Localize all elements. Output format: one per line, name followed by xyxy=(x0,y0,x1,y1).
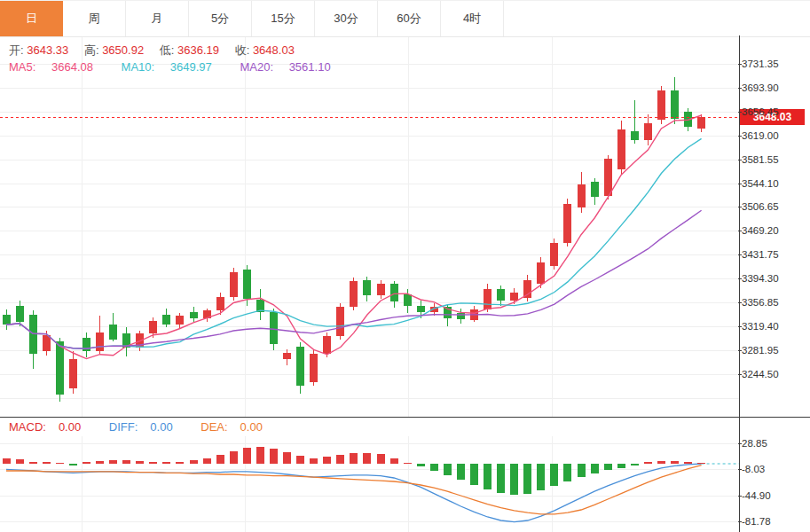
timeframe-tabbar: 日周月5分15分30分60分4时 xyxy=(0,0,810,37)
candle xyxy=(3,315,11,325)
macd-bar xyxy=(377,454,385,464)
macd-bar xyxy=(283,452,291,464)
gridline xyxy=(0,469,739,470)
macd-bar xyxy=(56,463,64,464)
candle xyxy=(230,272,238,296)
price-tick-label: 3319.40 xyxy=(742,321,779,332)
macd-bar xyxy=(497,464,505,493)
ma5-legend: MA5: 3664.08 xyxy=(9,60,106,74)
high-label: 高: xyxy=(84,43,99,57)
candle xyxy=(377,284,385,295)
macd-bar xyxy=(83,462,90,464)
macd-bar xyxy=(363,453,371,464)
macd-bar xyxy=(697,463,705,464)
macd-bar xyxy=(470,464,478,485)
tab-week[interactable]: 周 xyxy=(63,1,126,36)
macd-bar xyxy=(350,453,358,464)
macd-bar xyxy=(684,462,692,464)
macd-bar xyxy=(578,464,586,477)
gridline xyxy=(0,160,739,160)
candle xyxy=(444,307,452,318)
open-value: 3643.33 xyxy=(27,43,68,57)
candle xyxy=(216,297,224,311)
candle xyxy=(283,353,291,359)
price-axis-line xyxy=(739,35,740,532)
macd-bar xyxy=(591,464,599,473)
macd-bar xyxy=(671,461,679,464)
macd-bar xyxy=(216,455,224,464)
price-tick-label: 3619.00 xyxy=(742,130,779,141)
candle xyxy=(671,90,679,119)
macd-bar xyxy=(176,462,184,464)
candle xyxy=(684,112,692,127)
macd-bar xyxy=(96,461,104,464)
ma10-legend: MA10: 3649.97 xyxy=(122,60,224,74)
macd-bar xyxy=(510,464,518,495)
gridline xyxy=(0,443,739,444)
gridline xyxy=(82,436,83,532)
candle xyxy=(69,359,77,388)
macd-bar xyxy=(404,463,412,464)
price-tick-label: 3356.85 xyxy=(742,297,779,308)
macd-bar xyxy=(336,455,344,464)
candle xyxy=(644,123,652,140)
ma10-line xyxy=(6,138,702,348)
gridline xyxy=(0,521,739,522)
tab-day[interactable]: 日 xyxy=(0,1,63,36)
candle xyxy=(537,262,545,284)
tab-5min[interactable]: 5分 xyxy=(189,1,252,36)
price-tick-label: 3506.65 xyxy=(742,201,779,212)
gridline xyxy=(0,207,739,207)
macd-bar xyxy=(256,447,264,464)
candle xyxy=(16,306,24,323)
macd-bar xyxy=(457,464,465,480)
macd-bar xyxy=(296,456,304,464)
candle xyxy=(256,300,264,312)
candle xyxy=(363,280,371,295)
candle xyxy=(96,332,104,352)
tab-4hour[interactable]: 4时 xyxy=(441,1,504,36)
close-label: 收: xyxy=(235,43,250,57)
macd-bar xyxy=(631,464,639,466)
macd-legend: MACD:0.00 DIFF:0.00 DEA:0.00 xyxy=(9,420,287,434)
candle xyxy=(203,310,211,318)
tab-30min[interactable]: 30分 xyxy=(315,1,378,36)
candle xyxy=(390,284,398,301)
candle xyxy=(563,204,571,244)
candle xyxy=(122,333,130,348)
candle xyxy=(591,182,599,197)
gridline xyxy=(408,37,409,417)
price-tick-label: 3394.30 xyxy=(742,273,779,284)
last-price-dotted-line xyxy=(0,117,739,118)
candle xyxy=(457,313,465,319)
gridline xyxy=(0,136,739,137)
macd-bar xyxy=(657,461,665,464)
candle xyxy=(617,129,625,169)
candle xyxy=(109,325,117,340)
macd-bar xyxy=(109,460,117,464)
candle xyxy=(631,131,639,140)
candle xyxy=(190,312,198,318)
tab-60min[interactable]: 60分 xyxy=(378,1,441,36)
ohlc-legend: 开: 3643.33 高: 3650.92 低: 3636.19 收: 3648… xyxy=(9,43,307,59)
gridline xyxy=(408,436,409,532)
macd-bar xyxy=(149,462,157,464)
candle xyxy=(657,90,665,119)
candle xyxy=(270,312,278,344)
candle xyxy=(29,315,37,355)
candle xyxy=(604,159,612,196)
candle xyxy=(162,315,170,325)
gridline xyxy=(82,37,83,417)
candle xyxy=(430,307,438,312)
macd-bar xyxy=(203,458,211,464)
chart-area: 开: 3643.33 高: 3650.92 低: 3636.19 收: 3648… xyxy=(0,35,810,532)
price-tick-label: 3469.20 xyxy=(742,225,779,236)
tab-month[interactable]: 月 xyxy=(126,1,189,36)
candle xyxy=(484,289,492,309)
low-label: 低: xyxy=(160,43,175,57)
macd-bar xyxy=(3,458,11,464)
ma-legend: MA5: 3664.08 MA10: 3649.97 MA20: 3561.10 xyxy=(9,60,356,74)
gridline xyxy=(0,88,739,89)
tab-15min[interactable]: 15分 xyxy=(252,1,315,36)
macd-tick-label: -81.78 xyxy=(742,516,771,527)
